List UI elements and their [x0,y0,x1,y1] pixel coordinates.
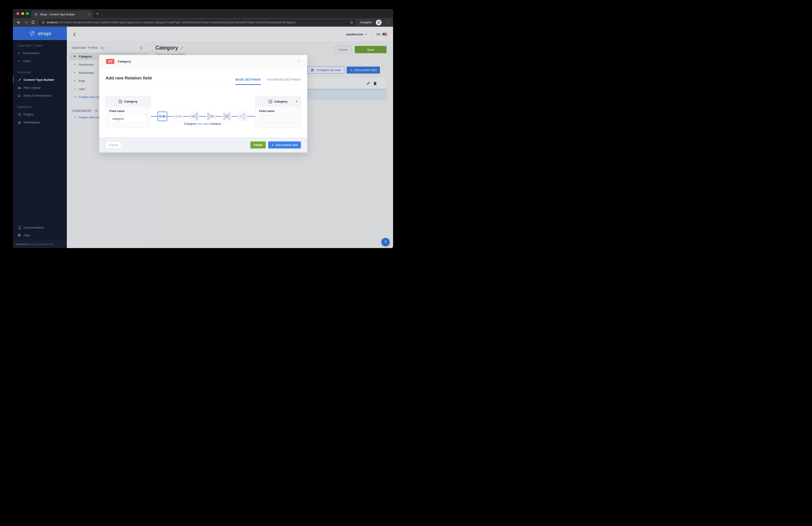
url-text: localhost:1337/admin/plugins/content-typ… [47,21,350,24]
modal-tabs: BASE SETTINGS ADVANCED SETTINGS [235,78,301,85]
modal-header: CT Category ✕ [99,55,307,68]
modal-body: Add new Relation field BASE SETTINGS ADV… [99,68,307,137]
modal-content-type-name: Category [118,60,131,63]
source-field-name-input[interactable] [109,115,147,123]
tab-advanced-settings[interactable]: ADVANCED SETTINGS [267,78,301,85]
relation-many-to-one-button[interactable] [190,111,199,121]
site-info-icon[interactable] [42,21,45,24]
incognito-label: Incognito [360,21,372,24]
finish-button[interactable]: Finish [250,141,266,149]
relation-many-to-many-button[interactable] [222,111,232,121]
strapi-admin-page: strapi CONTENT TYPES Restaurants Users P… [13,27,393,248]
target-field-name-input [259,115,297,123]
plus-icon: + [272,143,274,147]
relation-nature-label[interactable]: has one [197,122,208,125]
browser-tab[interactable]: Strapi - Content Type Builder ✕ [31,11,93,18]
target-field-name-label: Field name [259,109,297,113]
modal-title: Add new Relation field [105,76,152,85]
minimize-window-button[interactable] [21,12,24,15]
add-relation-modal: CT Category ✕ Add new Relation field BAS… [99,55,307,152]
modal-footer: Cancel Finish + Add another field [99,137,307,152]
target-dropdown-caret-icon[interactable]: ▼ [296,100,298,103]
source-card: Category Field name [105,96,151,127]
relation-builder: Category Field name [99,96,307,127]
browser-menu-icon[interactable]: ⋮ [386,20,389,25]
window-controls[interactable] [16,12,29,15]
close-window-button[interactable] [16,12,19,15]
relation-one-to-many-button[interactable] [206,111,216,121]
browser-window: Strapi - Content Type Builder ✕ + localh… [13,9,393,248]
tab-base-settings[interactable]: BASE SETTINGS [235,78,261,85]
browser-toolbar: localhost:1337/admin/plugins/content-typ… [13,18,393,27]
tab-title: Strapi - Content Type Builder [40,13,88,16]
target-card-title: Category [274,100,288,103]
forward-icon[interactable] [23,19,29,25]
zoom-window-button[interactable] [26,12,29,15]
content-type-badge: CT [106,59,114,64]
source-card-title: Category [124,100,137,103]
content-type-icon [119,100,122,103]
address-bar[interactable]: localhost:1337/admin/plugins/content-typ… [39,19,356,25]
target-card: Category ▼ Field name [255,96,301,127]
relation-caption: Category has one Category [184,122,221,125]
bookmark-star-icon[interactable] [350,20,353,24]
source-field-name-label: Field name [109,109,147,113]
relation-one-way-button[interactable] [158,111,167,121]
strapi-favicon-icon [34,13,38,16]
content-type-icon [269,100,272,103]
close-modal-icon[interactable]: ✕ [297,59,301,64]
relation-many-ways-button[interactable] [238,111,247,121]
reload-icon[interactable] [30,19,36,25]
modal-add-another-field-button[interactable]: + Add another field [268,141,301,149]
tab-close-icon[interactable]: ✕ [88,13,90,16]
relation-one-to-one-button[interactable] [174,111,183,121]
modal-cancel-button[interactable]: Cancel [105,141,121,149]
browser-tabstrip: Strapi - Content Type Builder ✕ + [13,9,393,18]
back-icon[interactable] [16,19,21,25]
new-tab-button[interactable]: + [96,11,99,16]
incognito-icon [376,20,381,25]
